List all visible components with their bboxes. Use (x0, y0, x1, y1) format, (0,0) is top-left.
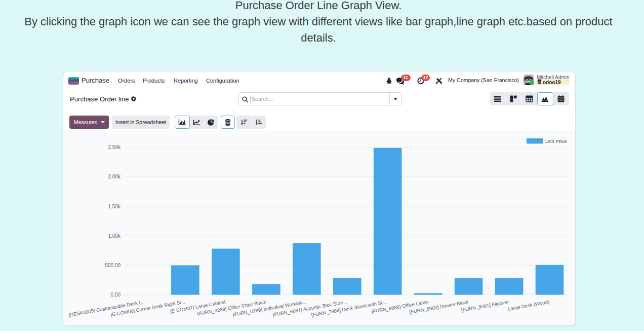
svg-text:Unit Price: Unit Price (545, 138, 567, 144)
svg-text:2.50k: 2.50k (108, 144, 121, 150)
svg-text:1.00k: 1.00k (108, 233, 121, 239)
svg-text:2.00k: 2.00k (108, 174, 121, 179)
svg-text:1.50k: 1.50k (108, 204, 121, 209)
svg-text:Large Desk (Wood): Large Desk (Wood) (507, 299, 550, 312)
svg-text:500.00: 500.00 (105, 263, 120, 268)
svg-text:0.00: 0.00 (111, 292, 121, 298)
